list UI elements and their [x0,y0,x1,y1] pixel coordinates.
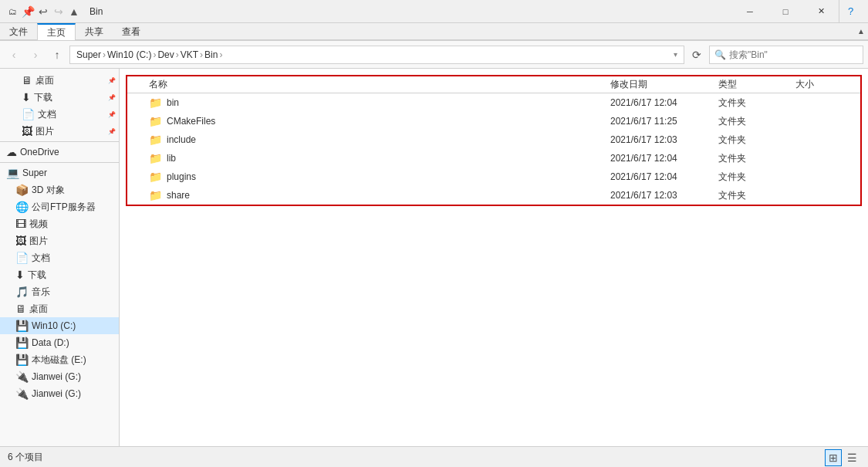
sidebar-label-c-drive: Win10 (C:) [32,320,76,331]
sidebar-item-desktop-pinned[interactable]: 🖥 桌面 📌 [0,72,119,89]
sidebar-label-desktop2: 桌面 [29,303,48,316]
sidebar-item-c-drive[interactable]: 💾 Win10 (C:) [0,317,119,334]
col-type-header[interactable]: 类型 [718,78,795,91]
search-icon: 🔍 [714,49,726,60]
path-part-bin: Bin [204,49,218,60]
sidebar-item-download2[interactable]: ⬇ 下载 [0,266,119,283]
path-part-super: Super [76,49,101,60]
sidebar-item-docs2[interactable]: 📄 文档 [0,249,119,266]
view-list-button[interactable]: ☰ [843,449,860,466]
sidebar-item-pics2[interactable]: 🖼 图片 [0,232,119,249]
docs2-icon: 📄 [15,252,29,264]
quick-access-icon[interactable]: 📌 [22,5,34,18]
pin-icon-0: 📌 [108,77,119,84]
file-name-label: include [167,134,196,145]
sidebar-item-ftp[interactable]: 🌐 公司FTP服务器 [0,198,119,215]
table-row[interactable]: 📁 include 2021/6/17 12:03 文件夹 [127,130,860,149]
pin-icon-2: 📌 [108,111,119,118]
title-bar-icons: 🗂 📌 ↩ ↪ ▲ [6,5,80,18]
tab-home[interactable]: 主页 [37,23,76,40]
e-drive-icon: 💾 [15,354,29,366]
folder-icon: 📁 [149,189,162,201]
sidebar-item-g-drive[interactable]: 🔌 Jianwei (G:) [0,368,119,385]
table-row[interactable]: 📁 lib 2021/6/17 12:04 文件夹 [127,149,860,168]
sidebar-item-g-drive2[interactable]: 🔌 Jianwei (G:) [0,385,119,402]
sidebar-item-super[interactable]: 💻 Super [0,164,119,181]
search-input[interactable] [729,49,858,60]
refresh-button[interactable]: ⟳ [687,46,706,64]
undo-icon[interactable]: ↩ [37,5,49,18]
sidebar-label-pics-pinned: 图片 [35,125,54,138]
chevron-up-icon: ▲ [857,27,865,36]
sidebar-label-docs-pinned: 文档 [38,108,56,121]
maximize-button[interactable]: □ [768,0,803,23]
sidebar-label-desktop-pinned: 桌面 [35,74,54,87]
forward-button[interactable]: › [26,46,45,64]
search-box[interactable]: 🔍 [709,46,863,64]
view-details-button[interactable]: ⊞ [825,449,842,466]
view-buttons: ⊞ ☰ [825,449,860,466]
sidebar-label-docs2: 文档 [32,252,50,265]
docs-icon: 📄 [22,108,35,120]
ribbon: 文件 主页 共享 查看 ▲ [0,23,868,41]
onedrive-icon: ☁ [6,146,17,158]
sidebar-item-download-pinned[interactable]: ⬇ 下载 📌 [0,89,119,106]
col-size-header[interactable]: 大小 [795,78,857,91]
pin-icon-1: 📌 [108,94,119,101]
d-drive-icon: 💾 [15,337,29,349]
file-date-cell: 2021/6/17 12:04 [610,153,718,164]
sidebar-item-3d[interactable]: 📦 3D 对象 [0,181,119,198]
sidebar-label-g-drive: Jianwei (G:) [32,371,81,382]
table-row[interactable]: 📁 share 2021/6/17 12:03 文件夹 [127,186,860,205]
sidebar-item-videos[interactable]: 🎞 视频 [0,215,119,232]
help-button[interactable]: ? [839,0,862,23]
sidebar-label-pics2: 图片 [29,235,48,248]
sidebar-item-desktop2[interactable]: 🖥 桌面 [0,300,119,317]
back-button[interactable]: ‹ [5,46,23,64]
redo-icon: ↪ [52,5,65,18]
sidebar-label-d-drive: Data (D:) [32,337,69,348]
sidebar-item-docs-pinned[interactable]: 📄 文档 📌 [0,106,119,123]
tab-view[interactable]: 查看 [113,23,150,40]
table-row[interactable]: 📁 plugins 2021/6/17 12:04 文件夹 [127,168,860,186]
sidebar-item-pics-pinned[interactable]: 🖼 图片 📌 [0,123,119,140]
up-icon[interactable]: ▲ [68,5,80,18]
path-sep-3: › [176,49,179,60]
pin-icon-3: 📌 [108,128,119,135]
address-path[interactable]: Super › Win10 (C:) › Dev › VKT › Bin › ▾ [69,46,684,64]
status-bar: 6 个项目 ⊞ ☰ [0,446,868,467]
path-part-c: Win10 (C:) [107,49,151,60]
sidebar-item-music[interactable]: 🎵 音乐 [0,283,119,300]
sidebar: 🖥 桌面 📌 ⬇ 下载 📌 📄 文档 📌 🖼 图片 📌 ☁ OneDrive 💻… [0,69,120,446]
close-button[interactable]: ✕ [803,0,839,23]
sidebar-item-d-drive[interactable]: 💾 Data (D:) [0,334,119,351]
window-icon: 🗂 [6,5,19,18]
ribbon-collapse[interactable]: ▲ [857,23,868,39]
sidebar-item-e-drive[interactable]: 💾 本地磁盘 (E:) [0,351,119,368]
videos-icon: 🎞 [15,218,26,230]
file-type-cell: 文件夹 [718,96,795,110]
file-name-label: lib [167,153,176,164]
file-type-cell: 文件夹 [718,134,795,147]
sidebar-item-onedrive[interactable]: ☁ OneDrive [0,144,119,161]
file-name-cell: 📁 plugins [130,171,610,183]
pics-icon: 🖼 [22,125,32,137]
tab-share[interactable]: 共享 [76,23,113,40]
music-icon: 🎵 [15,286,29,298]
path-part-vkt: VKT [181,49,198,60]
minimize-button[interactable]: ─ [732,0,768,23]
file-type-cell: 文件夹 [718,189,795,202]
table-row[interactable]: 📁 bin 2021/6/17 12:04 文件夹 [127,93,860,112]
path-dropdown-icon[interactable]: ▾ [674,50,677,59]
folder-icon: 📁 [149,171,162,183]
folder-icon: 📁 [149,134,162,146]
sidebar-label-super: Super [22,168,47,178]
file-name-cell: 📁 CMakeFiles [130,115,610,127]
up-button[interactable]: ↑ [48,46,66,64]
table-row[interactable]: 📁 CMakeFiles 2021/6/17 11:25 文件夹 [127,112,860,130]
file-list-highlight: 名称 修改日期 类型 大小 📁 bin 2021/6/17 12:04 文件夹 … [126,75,862,206]
col-name-header[interactable]: 名称 [130,78,610,91]
window-title: Bin [90,6,103,17]
col-date-header[interactable]: 修改日期 [610,78,718,91]
tab-file[interactable]: 文件 [0,23,37,40]
